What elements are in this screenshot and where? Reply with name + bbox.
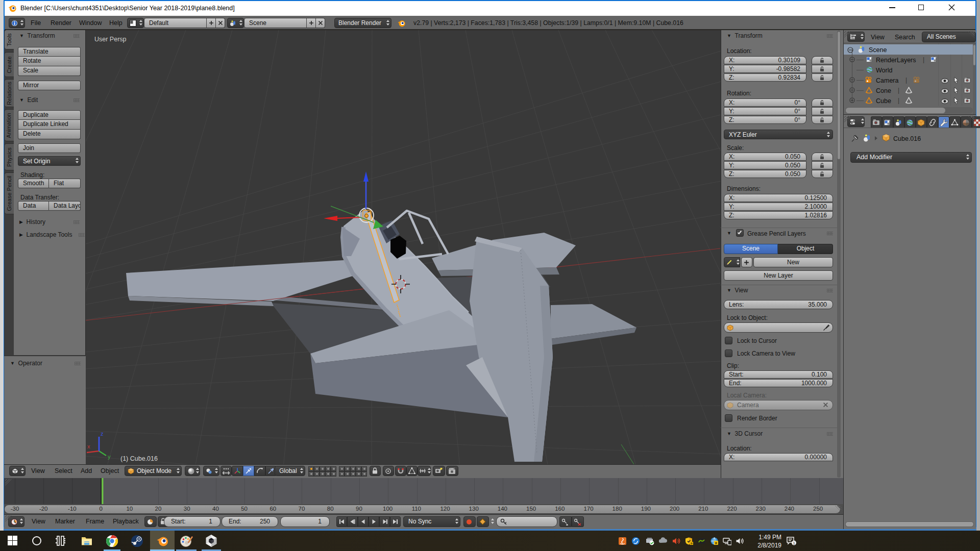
svg-text:User Persp: User Persp	[94, 36, 127, 43]
svg-text:1: 1	[793, 541, 795, 545]
svg-text:z: z	[101, 431, 104, 437]
svg-text:y: y	[108, 454, 111, 460]
svg-text:(1) Cube.016: (1) Cube.016	[120, 455, 158, 462]
svg-text:x: x	[87, 443, 90, 449]
